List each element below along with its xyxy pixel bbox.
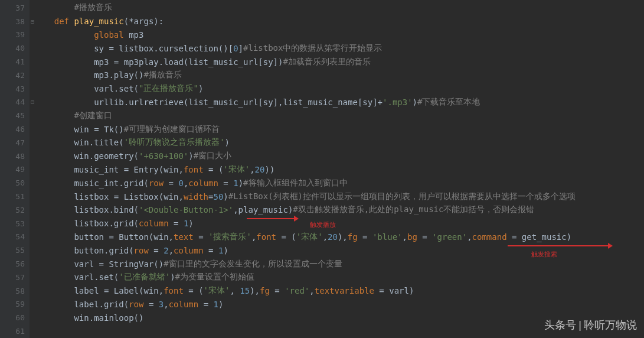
code-line: listbox.bind('<Double-Button-1>',play_mu… (30, 203, 644, 217)
code-line: label.grid(row = 3,column = 1) (30, 298, 644, 311)
code-line: mp3 = mp3play.load(list_music_url[sy])#加… (30, 55, 644, 69)
watermark-divider: | (578, 319, 581, 332)
line-number: 57 (0, 271, 30, 284)
line-number: 60 (0, 311, 30, 324)
annotation-arrow-icon (247, 218, 294, 219)
code-line: urllib.urlretrieve(list_music_url[sy],li… (30, 96, 644, 109)
line-number: 52 (0, 203, 30, 217)
watermark-label: 头条号 (544, 318, 576, 332)
line-number: 51 (0, 190, 30, 203)
code-line: music_int = Entry(win,font = ('宋体',20)) (30, 163, 644, 177)
code-line: listbox.grid(column = 1) (30, 217, 644, 230)
line-number: 61 (0, 324, 30, 338)
line-number: 59 (0, 298, 30, 311)
code-line: sy = listbox.curselection()[0]#listbox中的… (30, 41, 644, 55)
code-line: win.geometry('+630+100')#窗口大小 (30, 150, 644, 163)
line-number: 47 (0, 136, 30, 150)
line-number: 48 (0, 150, 30, 163)
line-number: 43 (0, 82, 30, 96)
code-line: varl.set('已准备就绪')#为变量设置个初始值 (30, 271, 644, 284)
code-line: win.title('聆听万物说之音乐播放器') (30, 136, 644, 150)
line-number: 38⊟ (0, 15, 30, 28)
annotation-text: 触发搜索 (531, 250, 557, 259)
code-line: win = Tk()#可理解为创建窗口循环首 (30, 122, 644, 136)
code-line: varl.set("正在播放音乐") (30, 82, 644, 96)
annotation-text: 触发播放 (310, 220, 336, 229)
line-number: 50 (0, 176, 30, 190)
code-line: mp3.play()#播放音乐 (30, 69, 644, 82)
code-line: listbox = Listbox(win,width=50)#ListBox(… (30, 190, 644, 203)
code-editor[interactable]: 37 38⊟ 39 40 41 42 43 44⊟ 45 46 47 48 49… (0, 0, 644, 338)
code-line: music_int.grid(row = 0,column = 1)#将输入框组… (30, 176, 644, 190)
line-number: 53 (0, 217, 30, 230)
line-number: 56 (0, 257, 30, 271)
code-line: varl = StringVar()#窗口里的文字会发生变化，所以设置成一个变量 (30, 257, 644, 271)
line-number: 55 (0, 243, 30, 257)
code-line: #创建窗口 (30, 109, 644, 122)
line-number: 46 (0, 122, 30, 136)
line-number: 58 (0, 284, 30, 298)
line-number: 40 (0, 41, 30, 55)
line-number: 45 (0, 109, 30, 122)
line-number: 39 (0, 28, 30, 42)
code-line: global mp3 (30, 28, 644, 42)
line-number: 42 (0, 69, 30, 82)
annotation-arrow-icon (508, 245, 608, 246)
code-line: button = Button(win,text = '搜索音乐',font =… (30, 230, 644, 244)
code-line: #播放音乐 (30, 1, 644, 15)
code-line: def play_music(*args): (30, 15, 644, 28)
line-number: 49 (0, 163, 30, 177)
line-number-gutter: 37 38⊟ 39 40 41 42 43 44⊟ 45 46 47 48 49… (0, 0, 30, 338)
line-number: 44⊟ (0, 96, 30, 109)
watermark-name: 聆听万物说 (584, 318, 637, 332)
code-area[interactable]: #播放音乐 def play_music(*args): global mp3 … (30, 0, 644, 338)
line-number: 54 (0, 230, 30, 244)
watermark: 头条号 | 聆听万物说 (544, 318, 637, 332)
code-line: label = Label(win,font = ('宋体', 15),fg =… (30, 284, 644, 298)
line-number: 37 (0, 1, 30, 15)
line-number: 41 (0, 55, 30, 69)
